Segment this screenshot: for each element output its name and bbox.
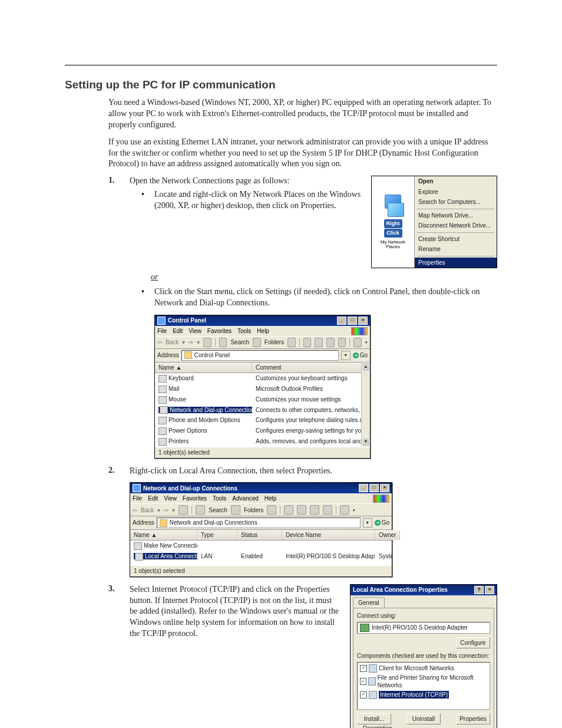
checkbox[interactable]: ✓ — [360, 665, 367, 672]
connect-using-label: Connect using: — [357, 612, 490, 620]
checkbox[interactable]: ✓ — [360, 678, 366, 685]
delete-icon[interactable] — [326, 338, 335, 347]
views-icon[interactable] — [353, 338, 362, 347]
folders-icon[interactable] — [253, 338, 261, 347]
undo-icon[interactable] — [323, 505, 332, 515]
search-icon[interactable] — [219, 338, 227, 347]
menubar: File Edit View Favorites Tools Advanced … — [130, 493, 392, 503]
ctx-properties[interactable]: Properties — [415, 258, 497, 268]
col-device[interactable]: Device Name — [282, 530, 375, 541]
copy-icon[interactable] — [297, 505, 306, 515]
close-button[interactable]: × — [358, 317, 368, 325]
menu-tools[interactable]: Tools — [237, 327, 251, 335]
list-item[interactable]: PrintersAdds, removes, and configures lo… — [155, 436, 370, 447]
component-item[interactable]: ✓Client for Microsoft Networks — [359, 664, 488, 673]
item-icon — [160, 406, 168, 414]
menu-advanced[interactable]: Advanced — [232, 495, 258, 503]
components-listbox[interactable]: ✓Client for Microsoft Networks✓File and … — [357, 662, 490, 710]
up-icon[interactable] — [203, 338, 211, 347]
toolbar-folders[interactable]: Folders — [265, 338, 284, 347]
menu-edit[interactable]: Edit — [148, 495, 158, 503]
menu-edit[interactable]: Edit — [173, 327, 183, 335]
delete-icon[interactable] — [310, 505, 319, 515]
list-item[interactable]: Phone and Modem OptionsConfigures your t… — [155, 415, 370, 426]
maximize-button[interactable]: □ — [348, 317, 357, 325]
configure-button[interactable]: Configure — [456, 637, 490, 649]
menu-tools[interactable]: Tools — [213, 495, 226, 503]
scrollbar[interactable]: ▲ ▼ — [361, 363, 370, 447]
list-item[interactable]: Local Area ConnectionLANEnabledIntel(R) … — [130, 551, 392, 562]
list-item[interactable]: Power OptionsConfigures energy-saving se… — [155, 426, 370, 436]
ctx-explore[interactable]: Explore — [415, 187, 497, 197]
address-input[interactable]: Control Panel — [181, 350, 339, 361]
col-type[interactable]: Type — [197, 530, 237, 541]
move-icon[interactable] — [284, 505, 293, 515]
col-name[interactable]: Name ▲ — [130, 530, 197, 541]
undo-icon[interactable] — [338, 338, 346, 347]
toolbar-search[interactable]: Search — [209, 506, 227, 515]
list-item[interactable]: MailMicrosoft Outlook Profiles — [155, 384, 370, 394]
menu-view[interactable]: View — [164, 495, 177, 503]
component-item[interactable]: ✓Internet Protocol (TCP/IP) — [359, 690, 488, 700]
uninstall-button[interactable]: Uninstall — [406, 713, 441, 725]
maximize-button[interactable]: □ — [369, 484, 379, 492]
go-button[interactable]: ➜ Go — [375, 519, 389, 527]
folders-icon[interactable] — [231, 505, 240, 515]
menu-favorites[interactable]: Favorites — [207, 327, 232, 335]
go-button[interactable]: ➜ Go — [353, 351, 368, 360]
toolbar-search[interactable]: Search — [230, 338, 249, 347]
col-name[interactable]: Name ▲ — [155, 363, 252, 373]
checkbox[interactable]: ✓ — [360, 691, 367, 699]
ctx-map-drive[interactable]: Map Network Drive... — [415, 210, 497, 221]
ctx-search-computers[interactable]: Search for Computers... — [415, 197, 497, 207]
list-item[interactable]: KeyboardCustomizes your keyboard setting… — [155, 373, 370, 384]
item-icon — [158, 438, 167, 446]
menubar: File Edit View Favorites Tools Help — [155, 326, 370, 336]
figure-network-dialup: Network and Dial-up Connections _ □ × Fi… — [130, 482, 392, 577]
list-item[interactable]: Network and Dial-up ConnectionsConnects … — [155, 405, 370, 416]
properties-button[interactable]: Properties — [456, 713, 490, 725]
col-status[interactable]: Status — [237, 530, 282, 541]
minimize-button[interactable]: _ — [359, 484, 368, 492]
menu-help[interactable]: Help — [265, 495, 277, 503]
help-button[interactable]: ? — [474, 586, 484, 594]
up-icon[interactable] — [178, 505, 188, 515]
move-icon[interactable] — [303, 338, 312, 347]
list-item[interactable]: Make New Connection — [130, 541, 392, 551]
window-titlebar[interactable]: Control Panel _ □ × — [155, 315, 370, 326]
item-icon — [135, 553, 143, 561]
ctx-create-shortcut[interactable]: Create Shortcut — [415, 234, 497, 245]
menu-file[interactable]: File — [133, 495, 142, 503]
history-icon[interactable] — [287, 338, 296, 347]
window-titlebar[interactable]: Network and Dial-up Connections _ □ × — [130, 483, 392, 493]
views-icon[interactable] — [340, 505, 349, 515]
search-icon[interactable] — [196, 505, 205, 515]
component-item[interactable]: ✓File and Printer Sharing for Microsoft … — [359, 673, 488, 690]
col-comment[interactable]: Comment — [252, 363, 362, 373]
menu-favorites[interactable]: Favorites — [183, 495, 207, 503]
menu-file[interactable]: File — [157, 327, 167, 335]
copy-icon[interactable] — [315, 338, 323, 347]
col-owner[interactable]: Owner — [375, 530, 400, 541]
address-dropdown[interactable]: ▼ — [363, 518, 372, 528]
address-dropdown[interactable]: ▼ — [341, 351, 351, 360]
close-button[interactable]: × — [380, 484, 389, 492]
window-titlebar[interactable]: Local Area Connection Properties ? × — [351, 585, 497, 595]
ctx-disconnect-drive[interactable]: Disconnect Network Drive... — [415, 220, 497, 231]
close-button[interactable]: × — [485, 586, 494, 594]
scroll-down-icon[interactable]: ▼ — [362, 437, 370, 447]
tab-general[interactable]: General — [353, 597, 385, 608]
history-icon[interactable] — [267, 505, 276, 515]
menu-help[interactable]: Help — [257, 327, 269, 335]
back-button[interactable]: Back — [141, 506, 154, 515]
minimize-button[interactable]: _ — [337, 317, 346, 325]
menu-view[interactable]: View — [189, 327, 201, 335]
ctx-open[interactable]: Open — [415, 176, 497, 187]
back-button[interactable]: Back — [166, 338, 178, 347]
list-item[interactable]: MouseCustomizes your mouse settings — [155, 394, 370, 405]
address-input[interactable]: Network and Dial-up Connections — [157, 518, 361, 528]
toolbar-folders[interactable]: Folders — [244, 506, 263, 515]
ctx-rename[interactable]: Rename — [415, 244, 497, 255]
scroll-up-icon[interactable]: ▲ — [362, 363, 370, 372]
install-button[interactable]: Install... — [357, 713, 391, 725]
